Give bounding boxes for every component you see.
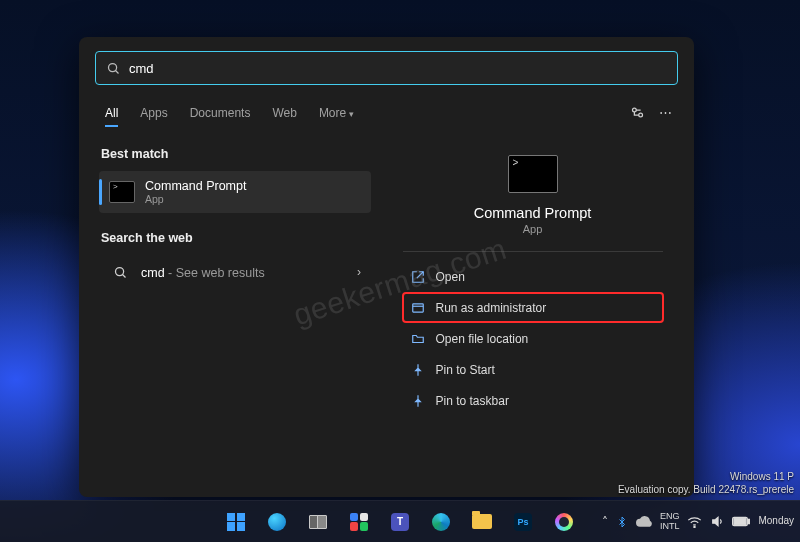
preview-title: Command Prompt xyxy=(474,205,592,221)
wifi-icon[interactable] xyxy=(687,516,702,528)
tab-web[interactable]: Web xyxy=(262,100,306,126)
taskbar: T Ps ˄ ENGINTL Monday xyxy=(0,500,800,542)
search-tabs: All Apps Documents Web More▾ ⋯ xyxy=(95,97,678,129)
svg-point-7 xyxy=(694,526,695,527)
taskbar-app-edge[interactable] xyxy=(424,505,458,539)
command-prompt-icon xyxy=(109,181,135,203)
widgets-icon xyxy=(350,513,368,531)
taskbar-app-photoshop[interactable]: Ps xyxy=(506,505,540,539)
search-box[interactable] xyxy=(95,51,678,85)
folder-icon xyxy=(411,331,426,346)
search-input[interactable] xyxy=(129,61,667,76)
preview-subtitle: App xyxy=(523,223,543,235)
pin-icon xyxy=(411,393,426,408)
svg-point-4 xyxy=(115,267,123,275)
svg-point-3 xyxy=(639,113,643,117)
task-view-icon xyxy=(309,515,327,529)
svg-rect-10 xyxy=(734,519,746,525)
action-label: Pin to taskbar xyxy=(436,394,509,408)
language-indicator[interactable]: ENGINTL xyxy=(660,512,680,531)
action-pin-to-start[interactable]: Pin to Start xyxy=(403,355,663,384)
battery-icon[interactable] xyxy=(732,516,750,527)
folder-icon xyxy=(472,514,492,529)
tab-all[interactable]: All xyxy=(95,100,128,126)
result-title: Command Prompt xyxy=(145,179,246,193)
windows-logo-icon xyxy=(227,513,245,531)
tab-documents[interactable]: Documents xyxy=(180,100,261,126)
edge-icon xyxy=(432,513,450,531)
task-view-button[interactable] xyxy=(301,505,335,539)
best-match-heading: Best match xyxy=(101,147,369,161)
chevron-down-icon: ▾ xyxy=(349,109,354,119)
bluetooth-icon[interactable] xyxy=(616,515,628,529)
teams-icon: T xyxy=(391,513,409,531)
taskbar-clock[interactable]: Monday xyxy=(758,516,794,527)
action-label: Run as administrator xyxy=(436,301,547,315)
result-command-prompt[interactable]: Command Prompt App xyxy=(99,171,371,213)
action-label: Open xyxy=(436,270,465,284)
open-icon xyxy=(411,269,426,284)
command-prompt-large-icon xyxy=(508,155,558,193)
preview-actions: Open Run as administrator Open file loca… xyxy=(403,262,663,415)
result-subtitle: App xyxy=(145,193,246,205)
web-result-cmd[interactable]: cmd - See web results › xyxy=(99,255,371,289)
more-options-icon[interactable]: ⋯ xyxy=(653,101,678,124)
action-open[interactable]: Open xyxy=(403,262,663,291)
widgets-button[interactable] xyxy=(342,505,376,539)
system-tray: ˄ ENGINTL Monday xyxy=(602,512,800,531)
start-search-panel: All Apps Documents Web More▾ ⋯ Best matc… xyxy=(79,37,694,497)
action-label: Open file location xyxy=(436,332,529,346)
shield-admin-icon xyxy=(411,300,426,315)
results-column: Best match Command Prompt App Search the… xyxy=(79,129,377,497)
search-icon xyxy=(106,61,121,76)
start-button[interactable] xyxy=(219,505,253,539)
search-icon xyxy=(113,265,128,280)
divider xyxy=(403,251,663,252)
svg-point-2 xyxy=(633,108,637,112)
taskbar-app-teams[interactable]: T xyxy=(383,505,417,539)
svg-point-0 xyxy=(109,63,117,71)
taskbar-center: T Ps xyxy=(219,505,581,539)
svg-line-1 xyxy=(116,70,119,73)
action-label: Pin to Start xyxy=(436,363,495,377)
svg-rect-6 xyxy=(413,303,424,311)
tray-overflow-chevron-icon[interactable]: ˄ xyxy=(602,515,608,529)
chevron-right-icon: › xyxy=(357,265,361,279)
action-run-as-administrator[interactable]: Run as administrator xyxy=(403,293,663,322)
action-pin-to-taskbar[interactable]: Pin to taskbar xyxy=(403,386,663,415)
desktop-build-watermark: Windows 11 P Evaluation copy. Build 2247… xyxy=(618,471,794,496)
web-result-term: cmd xyxy=(141,266,165,280)
pin-icon xyxy=(411,362,426,377)
taskbar-search-button[interactable] xyxy=(260,505,294,539)
photoshop-icon: Ps xyxy=(514,513,532,531)
web-result-hint: - See web results xyxy=(165,266,265,280)
svg-line-5 xyxy=(122,274,125,277)
open-in-new-icon[interactable] xyxy=(624,101,651,124)
onedrive-icon[interactable] xyxy=(636,516,652,527)
volume-icon[interactable] xyxy=(710,515,724,528)
taskbar-app-paint[interactable] xyxy=(547,505,581,539)
taskbar-app-explorer[interactable] xyxy=(465,505,499,539)
svg-rect-9 xyxy=(748,519,749,523)
paint-icon xyxy=(555,513,573,531)
tab-more[interactable]: More▾ xyxy=(309,100,364,126)
search-web-heading: Search the web xyxy=(101,231,369,245)
action-open-file-location[interactable]: Open file location xyxy=(403,324,663,353)
search-circle-icon xyxy=(268,513,286,531)
tab-apps[interactable]: Apps xyxy=(130,100,177,126)
preview-column: Command Prompt App Open Run as administr… xyxy=(377,129,694,497)
